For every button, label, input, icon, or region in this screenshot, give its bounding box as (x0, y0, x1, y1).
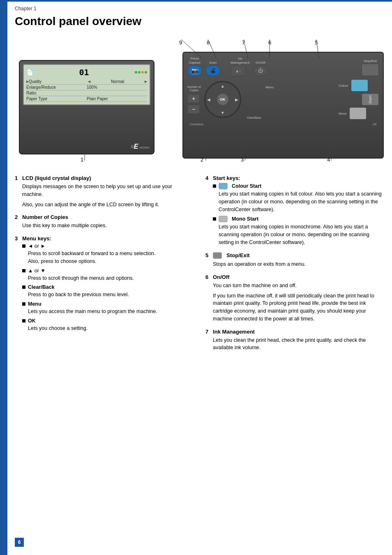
item-5-number: 5 (205, 252, 208, 258)
lcd-panel: 📄 01 ▶ Quality ◀ (19, 60, 154, 154)
nav-up-arrow[interactable]: ▲ (221, 84, 225, 88)
colour-start-button[interactable] (351, 79, 368, 92)
item-7-header: 7 Ink Management (205, 329, 384, 335)
bullet-ud (22, 269, 25, 272)
sub-label-mono-start: Mono Start (232, 216, 258, 222)
bullet-mono (213, 217, 216, 221)
bullet-lr (22, 244, 25, 248)
nav-left-arrow[interactable]: ◀ (207, 97, 210, 102)
sub-label-colour-start: Colour Start (232, 183, 261, 189)
bot-label-4: 4 (327, 157, 330, 163)
item-1-text-2: Also, you can adjust the angle of the LC… (22, 201, 193, 209)
nav-right-arrow[interactable]: ▶ (235, 97, 238, 102)
item-7-text: Lets you clean the print head, check the… (213, 336, 384, 352)
lcd-screen: 📄 01 ▶ Quality ◀ (23, 64, 150, 105)
content-columns: 1 LCD (liquid crystal display) Displays … (15, 175, 384, 357)
sub-item-ok: OK Lets you choose a setting. (22, 318, 193, 332)
item-2-title: Number of Copies (22, 214, 68, 220)
sub-item-mono-start: Mono Start Lets you start making copies … (213, 216, 384, 246)
item-7-number: 7 (205, 329, 208, 335)
sub-item-lr-arrows: ◄ or ► Press to scroll backward or forwa… (22, 243, 193, 265)
item-1-title: LCD (liquid crystal display) (22, 175, 91, 181)
sub-text-mono-start: Lets you start making copies in monochro… (219, 223, 384, 246)
blue-sidebar (0, 0, 7, 555)
sub-label-lr: ◄ or ► (28, 243, 46, 249)
copies-btn-group: Number ofCopies + − (187, 85, 201, 114)
item-6-title: On/Off (213, 274, 229, 280)
bullet-ok (22, 319, 25, 322)
lcd-number: 01 (79, 67, 89, 77)
dot-orange (141, 71, 144, 74)
network-logo: NE WORK (131, 143, 150, 150)
item-2-header: 2 Number of Copies (15, 214, 193, 220)
item-6-header: 6 On/Off (205, 274, 384, 280)
stop-exit-btn-group: Stop/Exit (362, 59, 379, 76)
bot-label-3: 3 (241, 157, 244, 163)
sub-item-menu: Menu Lets you access the main menu to pr… (22, 301, 193, 315)
start-label-area: Start (362, 93, 379, 106)
clear-back-label: Clear/Back (247, 116, 261, 119)
photo-capture-btn-group: PhotoCapture 📷 (187, 57, 202, 76)
item-4-header: 4 Start keys: (205, 175, 384, 181)
colour-start-icon (219, 183, 228, 189)
nav-down-arrow[interactable]: ▼ (221, 111, 225, 115)
item-6: 6 On/Off You can turn the machine on and… (205, 274, 384, 323)
item-6-text-1: You can turn the machine on and off. (213, 282, 384, 290)
left-column: 1 LCD (liquid crystal display) Displays … (15, 175, 193, 357)
lcd-row-paper: Paper Type Plain Paper (26, 96, 147, 102)
item-2-number: 2 (15, 214, 18, 220)
item-3-title: Menu keys: (22, 235, 51, 242)
onoff-btn-group: On/Off ⏻ (253, 61, 268, 76)
sub-item-colour-start: Colour Start Lets you start making copie… (213, 183, 384, 213)
sub-text-ok: Lets you choose a setting. (28, 325, 193, 332)
chapter-label: Chapter 1 (15, 6, 384, 12)
sub-text-lr-2: Also, press to choose options. (28, 258, 193, 265)
right-column: 4 Start keys: Colour Start Lets you star… (205, 175, 384, 357)
item-5-text: Stops an operation or exits from a menu. (213, 260, 384, 268)
item-3: 3 Menu keys: ◄ or ► Press to scroll back… (15, 235, 193, 332)
dot-green1 (135, 71, 137, 74)
sub-label-ok: OK (28, 318, 36, 324)
lcd-row-ratio: Ratio: (26, 90, 147, 96)
item-5-header: 5 Stop/Exit (205, 252, 384, 259)
item-7: 7 Ink Management Lets you clean the prin… (205, 329, 384, 352)
sub-item-clear-back: Clear/Back Press to go back to the previ… (22, 284, 193, 299)
bullet-clear-back (22, 286, 25, 289)
item-1: 1 LCD (liquid crystal display) Displays … (15, 175, 193, 208)
item-3-header: 3 Menu keys: (15, 235, 193, 242)
sub-text-colour-start: Lets you start making copies in full col… (219, 190, 384, 213)
item-6-text-2: If you turn the machine off, it will sti… (213, 292, 384, 323)
bottom-labels: Clear/Back OK (187, 123, 379, 126)
sub-label-clear-back: Clear/Back (28, 284, 55, 290)
item-3-number: 3 (15, 235, 18, 242)
scan-btn-group: Scan 🖨 (205, 61, 220, 76)
item-1-number: 1 (15, 175, 18, 181)
item-6-number: 6 (205, 274, 208, 280)
sub-label-ud: ▲ or ▼ (28, 268, 46, 274)
mono-start-button[interactable] (349, 107, 367, 120)
bullet-menu (22, 302, 25, 306)
item-2: 2 Number of Copies Use this key to make … (15, 214, 193, 230)
item-5: 5 Stop/Exit Stops an operation or exits … (205, 252, 384, 268)
stop-exit-icon-inline (213, 252, 222, 259)
sub-item-ud-arrows: ▲ or ▼ Press to scroll through the menus… (22, 268, 193, 282)
lcd-dots (135, 71, 147, 74)
dot-green2 (138, 71, 141, 74)
bullet-colour (213, 184, 216, 188)
item-2-text: Use this key to make multiple copies. (22, 222, 193, 230)
bot-label-1: 1 (81, 157, 83, 163)
clear-back-ctrl-label: Clear/Back (189, 123, 203, 126)
diagram-area: 9 8 7 6 5 📄 01 (15, 35, 384, 167)
control-panel: PhotoCapture 📷 Scan 🖨 InkManagement (182, 52, 384, 159)
sub-text-ud: Press to scroll through the menus and op… (28, 274, 193, 282)
ink-mgmt-btn-group: InkManagement ▲◦ (231, 57, 250, 76)
item-4-title: Start keys: (213, 175, 240, 181)
lcd-row-quality: ▶ Quality ◀ Normal ▶ (26, 79, 147, 85)
lcd-row-enlarge: Enlarge/Reduce 100% (26, 85, 147, 90)
ok-button[interactable]: OK (217, 93, 229, 106)
sub-text-clear-back: Press to go back to the previous menu le… (28, 291, 193, 299)
start-keys-group: Colour Start Mono (339, 79, 379, 120)
sub-text-lr-1: Press to scroll backward or forward to a… (28, 250, 193, 258)
item-1-header: 1 LCD (liquid crystal display) (15, 175, 193, 181)
lcd-page-icon: 📄 (26, 69, 33, 76)
